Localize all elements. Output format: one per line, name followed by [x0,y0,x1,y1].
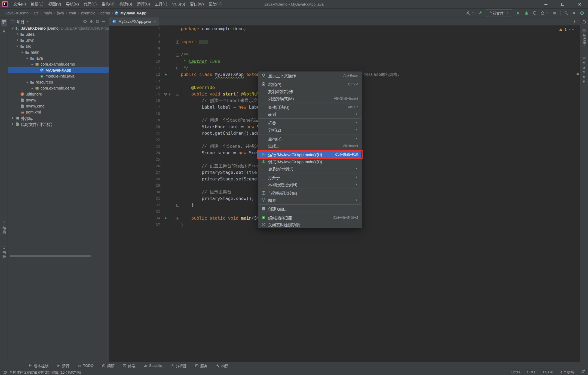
menubar-item[interactable]: 运行(U) [134,0,152,8]
toolwindow-button[interactable]: 版本控制 [28,363,48,368]
context-menu-item[interactable]: 列选择模式(M)Alt+Shift+Insert [258,95,361,102]
context-menu-item[interactable]: 更多运行/调试 [258,165,361,172]
menubar-item[interactable]: 工具(T) [152,0,170,8]
tree-row[interactable]: mvnw [8,97,109,103]
tree-row[interactable]: .idea [8,31,109,37]
run-button[interactable] [516,11,520,16]
breadcrumb-item[interactable]: com [68,11,76,15]
breadcrumb-item[interactable]: java [56,11,65,15]
chevron-down-icon[interactable] [30,62,34,66]
context-menu-item[interactable]: 调试 'MyJavaFXApp.main()'(D) [258,158,361,165]
status-widget[interactable]: CRLF [527,370,536,374]
fold-marker-icon[interactable]: − [176,93,179,96]
status-widget[interactable]: 4 个空格 [560,370,574,375]
project-stripe-button[interactable] [1,19,7,26]
caret-down-icon[interactable] [26,20,29,23]
context-menu-item[interactable]: 显示上下文操作Alt+Enter [258,72,361,79]
project-horizontal-scrollbar[interactable] [10,255,91,257]
stripe-button-数据库[interactable]: 数据库 [581,29,587,46]
stripe-button-结构[interactable]: 结构 [1,221,7,234]
context-menu-item[interactable]: 图表 [258,196,361,204]
tree-row[interactable]: com.example.demo [8,85,109,91]
prev-problem-icon[interactable]: ˄ [568,26,570,33]
chevron-down-icon[interactable] [10,26,15,30]
menubar-item[interactable]: 视图(V) [46,0,64,8]
tree-row[interactable]: .gitignore [8,91,109,97]
context-menu-item[interactable]: 重构(R) [258,135,361,142]
tree-row[interactable]: com.example.demo [8,61,109,67]
chevron-right-icon[interactable] [10,116,15,120]
close-button[interactable]: × [571,0,588,8]
tree-row[interactable]: JavaFXDemo[Demo]D:\IDEAProjects\JCNCProj… [8,25,109,31]
code-with-me-button[interactable] [580,11,584,15]
menubar-item[interactable]: 帮助(H) [206,0,224,8]
breadcrumb-item[interactable]: src [33,11,39,15]
context-menu-item[interactable]: 创建 Gist... [258,205,361,212]
next-problem-icon[interactable]: ˅ [572,26,574,33]
context-menu-item[interactable]: 运行 'MyJavaFXApp.main()'(U)Ctrl+Shift+F10 [258,151,361,158]
chevron-down-icon[interactable] [25,80,29,84]
tree-row[interactable]: MyJavaFXApp [8,67,109,73]
user-dropdown[interactable] [466,11,474,15]
context-menu-item[interactable]: 折叠 [258,119,361,126]
toolwindow-button[interactable]: 服务 [195,363,208,368]
toolwindow-button[interactable]: 构建 [216,363,229,368]
stripe-button-Maven[interactable]: mMaven [582,56,586,84]
fold-marker-icon[interactable]: − [176,54,179,57]
menubar-item[interactable]: 窗口(W) [188,0,206,8]
tree-row[interactable]: .mvn [8,37,109,43]
context-menu-item[interactable]: 查找用法(U)Alt+F7 [258,103,361,110]
editor-tab[interactable]: MyJavaFXApp.java × [109,17,159,26]
chevron-down-icon[interactable] [15,44,20,48]
debug-button[interactable] [524,11,529,16]
menubar-item[interactable]: 编辑(E) [28,0,46,8]
chevron-right-icon[interactable] [10,122,15,126]
locate-file-button[interactable] [83,19,87,24]
context-menu-item[interactable]: 粘贴(P)Ctrl+V [258,81,361,88]
run-gutter-icon[interactable] [164,73,168,76]
toolwindow-button[interactable]: Statistic [144,364,162,368]
context-menu-item[interactable]: 分析(Z) [258,126,361,133]
toolwindow-button[interactable]: 分析器 [170,363,187,368]
menubar-item[interactable]: 构建(B) [117,0,135,8]
stripe-button-书签[interactable]: 书签 [1,245,7,259]
chevron-down-icon[interactable] [20,50,24,54]
tree-row[interactable]: module-info.java [8,73,109,79]
override-marker-icon[interactable] [164,93,167,96]
tree-row[interactable]: mvnw.cmd [8,103,109,109]
toolwindow-button[interactable]: 终端 [123,363,136,368]
tree-row[interactable]: 外部库 [8,115,109,121]
chevron-right-icon[interactable] [15,38,20,42]
tree-row[interactable]: src [8,43,109,49]
tool-window-toggle-icon[interactable] [3,370,7,374]
run-gutter-icon[interactable] [164,216,168,220]
context-menu-item[interactable]: 打开于 [258,174,361,181]
fold-end-icon[interactable] [176,204,179,207]
run-config-combo[interactable]: 当前文件 [486,9,512,17]
tree-row[interactable]: java [8,55,109,61]
tree-row[interactable]: resources [8,79,109,85]
coverage-button[interactable] [532,11,537,15]
editor-options-kebab[interactable] [572,19,577,24]
settings-button[interactable] [572,11,576,15]
context-menu-item[interactable]: 转到 [258,110,361,118]
maximize-button[interactable] [554,0,571,8]
tab-close-icon[interactable]: × [153,19,156,23]
status-widget[interactable]: UTF-8 [543,370,553,374]
chevron-down-icon[interactable] [25,56,29,60]
breadcrumb-item[interactable]: main [43,11,52,15]
breadcrumb-item[interactable]: example [81,11,96,15]
chevron-down-icon[interactable] [30,86,34,90]
breadcrumb-current-file[interactable]: MyJavaFXApp [114,11,146,15]
menubar-item[interactable]: VCS(S) [170,0,188,8]
context-menu-item[interactable]: 与剪贴板比较(B) [258,189,361,196]
breadcrumb-item[interactable]: JavaFXDemo [5,11,29,15]
commit-stripe-button[interactable] [2,28,7,34]
context-menu-item[interactable]: 关闭实时检测功能 [258,221,361,228]
tree-row[interactable]: mpom.xml [8,109,109,115]
search-everywhere-button[interactable] [564,11,568,15]
toolwindow-button[interactable]: TODO [78,364,94,368]
notifications-stripe-button[interactable] [582,20,587,25]
chevron-right-icon[interactable] [15,32,20,36]
breadcrumb-item[interactable]: demo [100,11,111,15]
